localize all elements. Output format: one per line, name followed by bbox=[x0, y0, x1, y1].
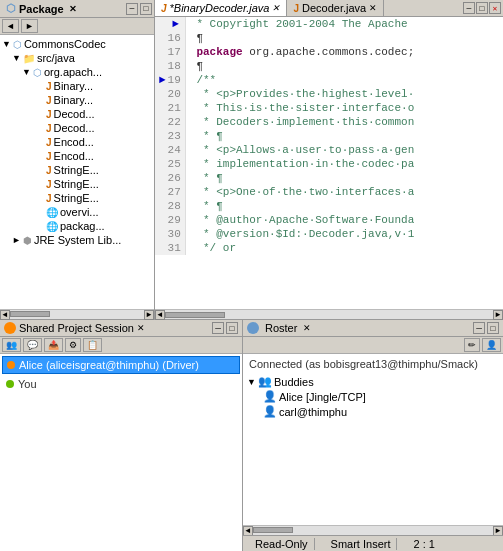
editor-content[interactable]: ► 16 17 18 ►19 20 21 22 23 24 25 26 27 2… bbox=[155, 17, 503, 309]
code-line-31: */ or bbox=[190, 241, 499, 255]
overvi-icon: 🌐 bbox=[46, 207, 58, 218]
tree-item-binary1[interactable]: J Binary... bbox=[2, 79, 152, 93]
alice-dot bbox=[7, 361, 15, 369]
editor-scroll-right[interactable]: ► bbox=[493, 310, 503, 320]
editor-maximize[interactable]: □ bbox=[476, 2, 488, 14]
package-minimize[interactable]: ─ bbox=[126, 3, 138, 15]
ln-25: 25 bbox=[159, 157, 181, 171]
binarydecoder-label: *BinaryDecoder.java bbox=[170, 2, 270, 14]
editor-close[interactable]: ✕ bbox=[489, 2, 501, 14]
session-maximize[interactable]: □ bbox=[226, 322, 238, 334]
roster-hscrollbar[interactable]: ◄ ► bbox=[243, 525, 503, 535]
toolbar-back[interactable]: ◄ bbox=[2, 19, 19, 33]
tree-item-binary2[interactable]: J Binary... bbox=[2, 93, 152, 107]
package-scroll-track[interactable] bbox=[10, 311, 144, 319]
ln-special: ► bbox=[159, 17, 181, 31]
editor-minimize[interactable]: ─ bbox=[463, 2, 475, 14]
tree-item-srcjava[interactable]: ▼ 📁 src/java bbox=[2, 51, 152, 65]
tree-expand-orgapach[interactable]: ▼ bbox=[22, 67, 31, 77]
decoder-icon: J bbox=[293, 3, 299, 14]
roster-scroll-left[interactable]: ◄ bbox=[243, 526, 253, 536]
tree-item-decod2[interactable]: J Decod... bbox=[2, 121, 152, 135]
package-tree: ▼ ⬡ CommonsCodec ▼ 📁 src/java ▼ ⬡ org.ap… bbox=[0, 35, 154, 309]
code-line-24: * <p>Allows·a·user·to·pass·a·gen bbox=[190, 143, 499, 157]
roster-alice-item[interactable]: 👤 Alice [Jingle/TCP] bbox=[247, 389, 499, 404]
package-hscrollbar[interactable]: ◄ ► bbox=[0, 309, 154, 319]
roster-buddies-item[interactable]: ▼ 👥 Buddies bbox=[247, 374, 499, 389]
roster-btn-person[interactable]: 👤 bbox=[482, 338, 501, 352]
tab-decoder[interactable]: J Decoder.java ✕ bbox=[287, 0, 384, 16]
editor-hscrollbar[interactable]: ◄ ► bbox=[155, 309, 503, 319]
editor-tabs-bar: J *BinaryDecoder.java ✕ J Decoder.java ✕… bbox=[155, 0, 503, 17]
code-lines: * Copyright 2001-2004 The Apache ¶ packa… bbox=[186, 17, 503, 255]
package-maximize[interactable]: □ bbox=[140, 3, 152, 15]
editor-scroll-left[interactable]: ◄ bbox=[155, 310, 165, 320]
tab-binarydecoder[interactable]: J *BinaryDecoder.java ✕ bbox=[155, 0, 287, 16]
session-toolbar: 👥 💬 📤 ⚙ 📋 bbox=[0, 337, 242, 354]
alice-roster-icon: 👤 bbox=[263, 390, 277, 403]
orgapach-icon: ⬡ bbox=[33, 67, 42, 78]
session-btn4[interactable]: ⚙ bbox=[65, 338, 81, 352]
tree-item-decod1[interactable]: J Decod... bbox=[2, 107, 152, 121]
orgapach-label: org.apach... bbox=[44, 66, 102, 78]
tree-item-overvi[interactable]: 🌐 overvi... bbox=[2, 205, 152, 219]
roster-btn-write[interactable]: ✏ bbox=[464, 338, 480, 352]
roster-tab-close[interactable]: ✕ bbox=[303, 323, 311, 333]
session-btn2[interactable]: 💬 bbox=[23, 338, 42, 352]
binary1-icon: J bbox=[46, 81, 52, 92]
package-toolbar: ◄ ► bbox=[0, 18, 154, 35]
code-line-23: * ¶ bbox=[190, 129, 499, 143]
code-line-30: * @version·$Id:·Decoder.java,v·1 bbox=[190, 227, 499, 241]
session-btn1[interactable]: 👥 bbox=[2, 338, 21, 352]
tree-expand-srcjava[interactable]: ▼ bbox=[12, 53, 21, 63]
string3-label: StringE... bbox=[54, 192, 99, 204]
package-scroll-left[interactable]: ◄ bbox=[0, 310, 10, 320]
buddies-arrow[interactable]: ▼ bbox=[247, 377, 256, 387]
commons-icon: ⬡ bbox=[13, 39, 22, 50]
tree-item-packag[interactable]: 🌐 packag... bbox=[2, 219, 152, 233]
roster-minimize[interactable]: ─ bbox=[473, 322, 485, 334]
package-tab[interactable]: ⬡ Package ✕ bbox=[0, 0, 83, 17]
session-tab-label: Shared Project Session bbox=[19, 322, 134, 334]
package-tab-close[interactable]: ✕ bbox=[69, 4, 77, 14]
editor-scroll-track[interactable] bbox=[165, 312, 493, 318]
string2-label: StringE... bbox=[54, 178, 99, 190]
roster-carl-item[interactable]: 👤 carl@thimphu bbox=[247, 404, 499, 419]
session-btn5[interactable]: 📋 bbox=[83, 338, 102, 352]
encod2-label: Encod... bbox=[54, 150, 94, 162]
ln-21: 21 bbox=[159, 101, 181, 115]
session-tab-bar: Shared Project Session ✕ ─ □ bbox=[0, 320, 242, 337]
tree-item-commons[interactable]: ▼ ⬡ CommonsCodec bbox=[2, 37, 152, 51]
decod1-icon: J bbox=[46, 109, 52, 120]
editor-scroll-thumb[interactable] bbox=[165, 312, 225, 318]
roster-tab-bar: Roster ✕ ─ □ bbox=[243, 320, 503, 337]
ln-16: 16 bbox=[159, 31, 181, 45]
roster-scroll-thumb[interactable] bbox=[253, 527, 293, 533]
tree-item-orgapach[interactable]: ▼ ⬡ org.apach... bbox=[2, 65, 152, 79]
session-btn3[interactable]: 📤 bbox=[44, 338, 63, 352]
roster-connected-text: Connected (as bobisgreat13@thimphu/Smack… bbox=[249, 358, 478, 370]
roster-scroll-track[interactable] bbox=[253, 527, 493, 535]
session-tab-close[interactable]: ✕ bbox=[137, 323, 145, 333]
roster-connected-label: Connected (as bobisgreat13@thimphu/Smack… bbox=[245, 356, 501, 372]
package-scroll-thumb[interactable] bbox=[10, 311, 50, 317]
tree-item-encod1[interactable]: J Encod... bbox=[2, 135, 152, 149]
tree-item-encod2[interactable]: J Encod... bbox=[2, 149, 152, 163]
code-line-27: * <p>One·of·the·two·interfaces·a bbox=[190, 185, 499, 199]
roster-maximize[interactable]: □ bbox=[487, 322, 499, 334]
session-minimize[interactable]: ─ bbox=[212, 322, 224, 334]
tree-item-jre[interactable]: ► ⬢ JRE System Lib... bbox=[2, 233, 152, 247]
decod1-label: Decod... bbox=[54, 108, 95, 120]
toolbar-forward[interactable]: ► bbox=[21, 19, 38, 33]
decoder-close[interactable]: ✕ bbox=[369, 3, 377, 13]
tree-item-string1[interactable]: J StringE... bbox=[2, 163, 152, 177]
binarydecoder-close[interactable]: ✕ bbox=[272, 3, 280, 13]
package-scroll-right[interactable]: ► bbox=[144, 310, 154, 320]
tree-expand-commons[interactable]: ▼ bbox=[2, 39, 11, 49]
tree-expand-jre[interactable]: ► bbox=[12, 235, 21, 245]
line-numbers: ► 16 17 18 ►19 20 21 22 23 24 25 26 27 2… bbox=[155, 17, 186, 255]
tree-item-string3[interactable]: J StringE... bbox=[2, 191, 152, 205]
roster-scroll-right[interactable]: ► bbox=[493, 526, 503, 536]
packag-icon: 🌐 bbox=[46, 221, 58, 232]
tree-item-string2[interactable]: J StringE... bbox=[2, 177, 152, 191]
